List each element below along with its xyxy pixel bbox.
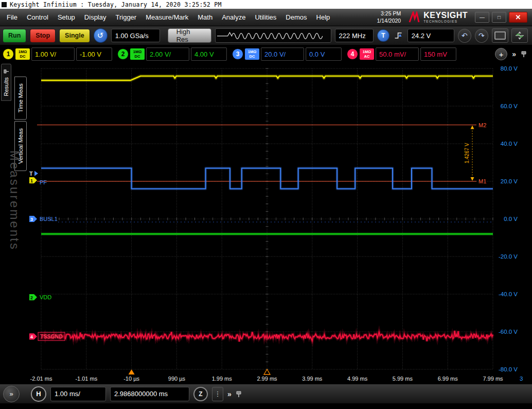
menu-utilities[interactable]: Utilities — [250, 9, 281, 26]
x-axis-label: 4.99 ms — [347, 376, 368, 382]
y-axis-label: 40.0 V — [501, 141, 518, 147]
run-button[interactable]: Run — [3, 29, 26, 43]
y-axis-label: -80.0 V — [499, 366, 518, 372]
channel-4-button[interactable]: 4 — [347, 48, 358, 60]
channel-3-coupling-badge[interactable]: 1MΩDC — [245, 48, 259, 60]
channel-1-coupling-badge[interactable]: 1MΩDC — [15, 48, 30, 60]
redo-button[interactable]: ↷ — [475, 29, 488, 43]
marker-m1-label[interactable]: M1 — [478, 178, 486, 184]
channel-1-group: 11MΩDC1.00 V/-1.00 V — [3, 47, 112, 61]
channel-4-coupling-badge[interactable]: 1MΩAC — [360, 48, 374, 60]
sample-rate-field[interactable]: 1.00 GSa/s — [111, 29, 160, 42]
channel-3-offset-field[interactable]: 0.0 V — [306, 47, 342, 61]
channel-1-ground-marker-number: 1 — [30, 178, 33, 183]
x-axis-label: 1.99 ms — [212, 376, 233, 382]
channel-4-scale-field[interactable]: 50.0 mV/ — [376, 47, 419, 61]
tab-results[interactable]: Results — [1, 64, 11, 101]
pin-icon[interactable] — [521, 50, 527, 58]
x-axis-label: -2.01 ms — [30, 376, 52, 382]
trigger-level-field[interactable]: 24.2 V — [407, 29, 454, 42]
channel-4-offset-field[interactable]: 150 mV — [420, 47, 456, 61]
trigger-level-label: T — [29, 171, 33, 177]
channel-3-scale-field[interactable]: 20.0 V/ — [261, 47, 304, 61]
menu-setup[interactable]: Setup — [53, 9, 80, 26]
horizontal-button[interactable]: H — [31, 386, 46, 402]
time-reference-marker-icon[interactable] — [264, 369, 270, 374]
stop-button[interactable]: Stop — [30, 29, 56, 43]
expand-channels-button[interactable]: » — [512, 50, 516, 58]
single-button[interactable]: Single — [59, 29, 90, 43]
channel-1-scale-field[interactable]: 1.00 V/ — [31, 47, 75, 61]
acquisition-mode-button[interactable]: High Res — [168, 28, 212, 43]
tab-time-meas[interactable]: Time Meas — [14, 76, 27, 120]
pin-icon[interactable] — [3, 69, 9, 74]
bandwidth-field[interactable]: 222 MHz — [335, 29, 374, 42]
channel-2-group: 21MΩDC2.00 V/4.00 V — [117, 47, 227, 61]
menu-control[interactable]: Control — [22, 9, 53, 26]
menu-trigger[interactable]: Trigger — [111, 9, 141, 26]
minimize-button[interactable]: — — [475, 12, 489, 23]
x-axis-label: 6.99 ms — [438, 376, 458, 382]
waveform-display[interactable]: 1.4267 VM2M180.0 V60.0 V40.0 V20.0 V0.0 … — [28, 63, 532, 384]
results-tab-label: Results — [3, 77, 9, 96]
channel-2-scale-field[interactable]: 2.00 V/ — [146, 47, 189, 61]
menu-display[interactable]: Display — [80, 9, 111, 26]
expand-horizontal-button[interactable]: » — [227, 390, 232, 398]
trace-label-pf[interactable]: PF — [40, 179, 47, 185]
channel-1-button[interactable]: 1 — [3, 48, 14, 60]
trace-label-vdd[interactable]: VDD — [40, 294, 51, 300]
menu-help[interactable]: Help — [312, 9, 335, 26]
delay-field[interactable]: 2.9868000000 ms — [110, 387, 189, 401]
waveform-preview[interactable] — [215, 28, 331, 43]
trigger-level-marker-icon[interactable] — [34, 171, 38, 176]
sidebar: Results Time MeasVertical Meas Measureme… — [0, 63, 28, 384]
trigger-button[interactable]: T — [377, 29, 389, 42]
undo-button[interactable]: ↶ — [458, 29, 471, 43]
pin-icon[interactable] — [236, 390, 242, 398]
y-axis-label: 20.0 V — [501, 178, 518, 184]
y-axis-label: 0.0 V — [504, 216, 518, 222]
trace-label-busl1[interactable]: BUSL1 — [40, 216, 58, 222]
clear-display-button[interactable]: ↺ — [94, 28, 108, 43]
menu-analyze[interactable]: Analyze — [217, 9, 250, 26]
x-axis-label: 3.99 ms — [302, 376, 323, 382]
clock-time: 3:25 PM — [377, 10, 401, 18]
add-waveform-button[interactable]: + — [495, 48, 507, 60]
waveform-preview-icon — [216, 29, 330, 42]
close-button[interactable]: ✕ — [509, 12, 527, 23]
display-settings-button[interactable] — [492, 28, 508, 43]
trace-label-tssgnd[interactable]: TSSGND — [40, 333, 63, 339]
trigger-time-marker-icon[interactable] — [129, 369, 135, 374]
more-options-button[interactable]: ⋮ — [212, 387, 223, 401]
window-title: Keysight Infiniium : Tuesday, January 14… — [10, 1, 222, 8]
menu-demos[interactable]: Demos — [281, 9, 311, 26]
x-axis-label: 7.99 ms — [483, 376, 503, 382]
x-axis-label: 990 µs — [168, 376, 186, 382]
maximize-button[interactable]: □ — [492, 12, 506, 23]
menu-file[interactable]: File — [2, 9, 22, 26]
channel-4-group: 41MΩAC50.0 mV/150 mV — [347, 47, 456, 61]
y-axis-label: -60.0 V — [499, 329, 518, 335]
menu-math[interactable]: Math — [193, 9, 217, 26]
marker-m2-label[interactable]: M2 — [478, 122, 486, 128]
channel-2-offset-field[interactable]: 4.00 V — [191, 47, 227, 61]
expand-results-button[interactable]: » — [3, 386, 20, 402]
scope-graticule[interactable]: 1.4267 VM2M180.0 V60.0 V40.0 V20.0 V0.0 … — [28, 63, 532, 384]
channel-3-button[interactable]: 3 — [232, 48, 243, 60]
channel-3-ground-marker-number: 3 — [30, 217, 33, 222]
window-title-bar: Keysight Infiniium : Tuesday, January 14… — [0, 0, 532, 9]
timebase-field[interactable]: 1.00 ms/ — [50, 387, 106, 401]
app-icon — [2, 2, 7, 7]
channel-1-offset-field[interactable]: -1.00 V — [76, 47, 112, 61]
channel-2-button[interactable]: 2 — [117, 48, 129, 60]
trigger-edge-icon — [393, 30, 404, 41]
autoscale-button[interactable] — [511, 28, 528, 43]
marker-delta-value: 1.4267 V — [464, 143, 470, 163]
channel-2-coupling-badge[interactable]: 1MΩDC — [130, 48, 145, 60]
y-axis-label: 80.0 V — [501, 65, 518, 72]
menu-measure-mark[interactable]: Measure/Mark — [141, 9, 193, 26]
brand-name: KEYSIGHT — [423, 11, 468, 20]
zoom-button[interactable]: Z — [193, 387, 208, 401]
brand: KEYSIGHT TECHNOLOGIES — [408, 11, 468, 24]
x-axis-label: -1.01 ms — [75, 376, 97, 382]
